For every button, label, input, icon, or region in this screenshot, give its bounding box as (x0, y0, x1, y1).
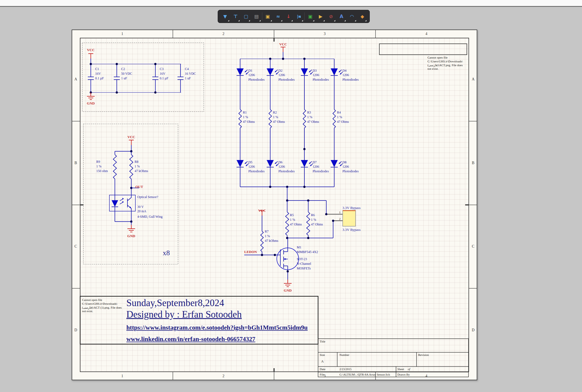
mosfet-ref: M1 (297, 246, 301, 249)
dropdown-notch[interactable] (291, 20, 293, 21)
active-toolbar[interactable]: ▼ ⊤ ▢ ▤ ▣ ≈ ↓ |ɴ ▣ ▶ ⊘ A ◠ ◆ (218, 10, 370, 23)
instagram-link[interactable]: https://www.instagram.com/e.sotoodeh?igs… (126, 324, 308, 331)
res-tol: 1 % (273, 115, 278, 119)
sensor-note: 30 V (137, 205, 144, 208)
diode-footprint: 1206 (342, 73, 349, 77)
res-tol: 1 % (337, 115, 342, 119)
sensor-note: 20 mA (137, 210, 146, 213)
net-label-icon[interactable]: |ɴ (294, 11, 304, 22)
res-ref: R4 (337, 111, 341, 114)
dropdown-notch[interactable] (323, 20, 325, 21)
pin-number-2: 2 (339, 218, 341, 220)
dropdown-notch[interactable] (365, 20, 366, 21)
missing-file-note: Cannot open file C:\Users\GHS.ir\Downloa… (427, 56, 466, 71)
selection-frame-icon[interactable]: ▢ (241, 11, 251, 22)
cap-value: 0.1 µF (160, 77, 168, 80)
diode-ref: D2 (278, 69, 283, 72)
dropdown-notch[interactable] (238, 20, 240, 21)
bypass-label-top: 3.3V Bypass (342, 206, 360, 210)
dropdown-notch[interactable] (249, 20, 250, 21)
titleblock-date-label: Date (320, 368, 325, 371)
res-value: 47 kOhms (265, 239, 278, 242)
text-string-icon[interactable]: A (337, 11, 347, 22)
res-value: 47 kOhms (135, 169, 148, 173)
dropdown-notch[interactable] (281, 20, 282, 21)
diode-ref: D1 (248, 69, 252, 72)
dropdown-notch[interactable] (270, 20, 272, 21)
ground-label: GND (127, 234, 135, 238)
cap-ref: C4 (185, 67, 189, 71)
diode-footprint: 1206 (313, 165, 319, 168)
mosfet-part: MMBF545 4X2 (297, 250, 318, 254)
filter-icon[interactable]: ▼ (220, 11, 230, 22)
dropdown-notch[interactable] (313, 20, 314, 21)
power-label: VCC (258, 209, 266, 212)
paste-icon[interactable]: ▤ (251, 11, 261, 22)
zone-letter: C (74, 245, 77, 248)
diode-ref: D4 (342, 69, 347, 72)
dropdown-notch[interactable] (259, 20, 261, 21)
part-icon[interactable]: ▣ (305, 11, 315, 22)
res-ref: R7 (265, 230, 269, 233)
diode-ref: D5 (248, 161, 252, 164)
wire-icon[interactable]: ≈ (273, 11, 283, 22)
res-tol: 1 % (290, 218, 295, 221)
titleblock-size-value: A (321, 359, 324, 363)
res-tol: 1 % (243, 115, 248, 119)
net-label-ledon: LEDON (244, 250, 257, 254)
zone-number: 2 (223, 374, 225, 378)
power-port-icon[interactable]: ↓ (284, 11, 293, 22)
zone-number: 4 (426, 32, 427, 36)
res-ref: R8 (135, 160, 138, 163)
ground-label: GND (87, 101, 95, 105)
dropdown-notch[interactable] (355, 20, 356, 21)
res-tol: 1 % (265, 234, 270, 238)
dropdown-notch[interactable] (344, 20, 346, 21)
diode-desc: Photodiodes (342, 170, 359, 173)
mosfet-desc: MOSFETs (297, 267, 311, 270)
dropdown-notch[interactable] (228, 20, 229, 21)
zone-number: 1 (121, 32, 123, 36)
sensor-note: 4-SMD, Gull Wing (137, 215, 162, 218)
zone-letter: A (74, 77, 77, 81)
toolbar-separator (304, 12, 305, 21)
res-tol: 1 % (135, 165, 140, 168)
mosfet-desc: N-Channel (297, 262, 311, 265)
bypass-label-bottom: 3.3V Bypass (342, 228, 360, 231)
junction-icon[interactable]: ◆ (357, 11, 367, 22)
sheet-entry-icon[interactable]: ▶ (316, 11, 325, 22)
diode-desc: Photodiodes (313, 170, 329, 173)
zone-number: 2 (223, 32, 225, 36)
power-label: VCC (127, 135, 135, 139)
diode-desc: Photodiodes (342, 78, 359, 81)
diode-footprint: 1206 (248, 165, 255, 168)
titleblock-title-label: Title (320, 340, 325, 343)
zone-number: 1 (121, 374, 123, 378)
pin-number-1: 1 (339, 211, 341, 214)
titleblock-revision-label: Revision (418, 353, 429, 356)
component-icon[interactable]: ▣ (263, 11, 273, 22)
titleblock-size-label: Size (320, 353, 325, 356)
probe-icon[interactable]: ⊤ (231, 11, 240, 22)
diode-ref: D7 (313, 161, 317, 164)
res-value: 150 ohm (96, 169, 108, 173)
cap-ref: C2 (121, 67, 125, 71)
arc-icon[interactable]: ◠ (347, 11, 357, 22)
cap-rating: 16V (95, 72, 101, 75)
res-value: 47 Ohms (311, 223, 323, 226)
net-label-out: OUT (135, 185, 143, 188)
diode-desc: Photodiodes (278, 170, 295, 173)
linkedin-link[interactable]: www.linkedin.com/in/erfan-sotoodeh-06657… (126, 336, 255, 342)
dropdown-notch[interactable] (302, 20, 303, 21)
diode-ref: D8 (342, 161, 347, 164)
dropdown-notch[interactable] (334, 20, 335, 21)
missing-file-note-2: Cannot open file C:\Users\GHS.ir\Downloa… (82, 298, 124, 313)
diode-footprint: 1206 (248, 73, 255, 77)
altium-schematic-window: { "toolbar": { "icons": [ {"name":"filte… (0, 0, 582, 392)
sensor-note: Optical Sensor? (137, 195, 158, 199)
diode-footprint: 1206 (342, 165, 349, 168)
zone-letter: C (472, 245, 474, 248)
res-ref: R2 (273, 111, 277, 114)
diode-desc: Photodiodes (248, 78, 264, 81)
no-erc-icon[interactable]: ⊘ (326, 11, 336, 22)
